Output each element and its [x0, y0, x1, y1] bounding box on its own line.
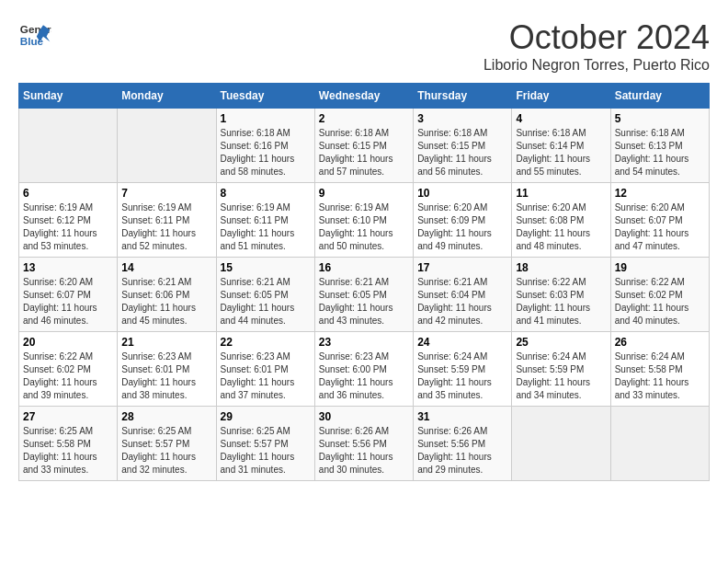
calendar-body: 1Sunrise: 6:18 AM Sunset: 6:16 PM Daylig…: [19, 109, 710, 481]
weekday-header: Saturday: [610, 84, 709, 109]
day-info: Sunrise: 6:19 AM Sunset: 6:10 PM Dayligh…: [319, 201, 409, 253]
day-number: 3: [417, 112, 507, 125]
day-info: Sunrise: 6:23 AM Sunset: 6:00 PM Dayligh…: [319, 350, 409, 402]
calendar-cell: 5Sunrise: 6:18 AM Sunset: 6:13 PM Daylig…: [610, 109, 709, 183]
day-info: Sunrise: 6:22 AM Sunset: 6:02 PM Dayligh…: [615, 276, 705, 327]
calendar-table: SundayMondayTuesdayWednesdayThursdayFrid…: [18, 83, 710, 481]
calendar-cell: 23Sunrise: 6:23 AM Sunset: 6:00 PM Dayli…: [314, 332, 413, 407]
day-number: 19: [615, 261, 705, 274]
day-number: 29: [221, 410, 311, 423]
day-number: 2: [319, 112, 409, 125]
weekday-header: Thursday: [414, 84, 512, 109]
day-number: 6: [23, 187, 113, 200]
calendar-cell: 9Sunrise: 6:19 AM Sunset: 6:10 PM Daylig…: [314, 183, 413, 258]
day-info: Sunrise: 6:20 AM Sunset: 6:07 PM Dayligh…: [615, 201, 705, 253]
calendar-header-row: SundayMondayTuesdayWednesdayThursdayFrid…: [19, 84, 710, 109]
day-info: Sunrise: 6:20 AM Sunset: 6:07 PM Dayligh…: [23, 276, 113, 327]
calendar-cell: 12Sunrise: 6:20 AM Sunset: 6:07 PM Dayli…: [610, 183, 709, 258]
day-number: 13: [23, 261, 113, 274]
day-info: Sunrise: 6:18 AM Sunset: 6:15 PM Dayligh…: [319, 127, 409, 178]
day-info: Sunrise: 6:21 AM Sunset: 6:04 PM Dayligh…: [417, 276, 507, 327]
weekday-header: Monday: [118, 84, 216, 109]
page-header: General Blue October 2024 Liborio Negron…: [18, 18, 710, 74]
day-number: 16: [319, 261, 409, 274]
day-info: Sunrise: 6:18 AM Sunset: 6:16 PM Dayligh…: [221, 127, 311, 178]
day-number: 24: [417, 336, 507, 349]
calendar-cell: [610, 407, 709, 481]
day-info: Sunrise: 6:21 AM Sunset: 6:05 PM Dayligh…: [319, 276, 409, 327]
calendar-cell: 20Sunrise: 6:22 AM Sunset: 6:02 PM Dayli…: [19, 332, 118, 407]
day-number: 28: [121, 410, 211, 423]
day-number: 10: [417, 187, 507, 200]
day-info: Sunrise: 6:20 AM Sunset: 6:08 PM Dayligh…: [516, 201, 606, 253]
day-number: 5: [615, 112, 705, 125]
day-info: Sunrise: 6:25 AM Sunset: 5:57 PM Dayligh…: [221, 425, 311, 477]
day-number: 8: [221, 187, 311, 200]
calendar-week-row: 13Sunrise: 6:20 AM Sunset: 6:07 PM Dayli…: [19, 258, 710, 332]
calendar-cell: 25Sunrise: 6:24 AM Sunset: 5:59 PM Dayli…: [512, 332, 610, 407]
day-info: Sunrise: 6:25 AM Sunset: 5:58 PM Dayligh…: [23, 425, 113, 477]
calendar-cell: 16Sunrise: 6:21 AM Sunset: 6:05 PM Dayli…: [314, 258, 413, 332]
day-info: Sunrise: 6:24 AM Sunset: 5:59 PM Dayligh…: [417, 350, 507, 402]
day-number: 26: [615, 336, 705, 349]
day-info: Sunrise: 6:26 AM Sunset: 5:56 PM Dayligh…: [417, 425, 507, 477]
calendar-cell: [512, 407, 610, 481]
weekday-header: Sunday: [19, 84, 118, 109]
month-title: October 2024: [483, 18, 710, 57]
day-info: Sunrise: 6:26 AM Sunset: 5:56 PM Dayligh…: [319, 425, 409, 477]
day-info: Sunrise: 6:20 AM Sunset: 6:09 PM Dayligh…: [417, 201, 507, 253]
logo: General Blue: [18, 18, 51, 52]
day-info: Sunrise: 6:22 AM Sunset: 6:02 PM Dayligh…: [23, 350, 113, 402]
day-info: Sunrise: 6:18 AM Sunset: 6:14 PM Dayligh…: [516, 127, 606, 178]
day-number: 30: [319, 410, 409, 423]
calendar-week-row: 27Sunrise: 6:25 AM Sunset: 5:58 PM Dayli…: [19, 407, 710, 481]
calendar-cell: 27Sunrise: 6:25 AM Sunset: 5:58 PM Dayli…: [19, 407, 118, 481]
day-number: 20: [23, 336, 113, 349]
day-number: 17: [417, 261, 507, 274]
day-number: 21: [121, 336, 211, 349]
day-number: 22: [221, 336, 311, 349]
day-number: 31: [417, 410, 507, 423]
calendar-cell: 7Sunrise: 6:19 AM Sunset: 6:11 PM Daylig…: [118, 183, 216, 258]
calendar-cell: 2Sunrise: 6:18 AM Sunset: 6:15 PM Daylig…: [314, 109, 413, 183]
calendar-cell: 6Sunrise: 6:19 AM Sunset: 6:12 PM Daylig…: [19, 183, 118, 258]
weekday-header: Tuesday: [216, 84, 314, 109]
calendar-cell: 21Sunrise: 6:23 AM Sunset: 6:01 PM Dayli…: [118, 332, 216, 407]
day-info: Sunrise: 6:19 AM Sunset: 6:12 PM Dayligh…: [23, 201, 113, 253]
day-number: 18: [516, 261, 606, 274]
calendar-cell: 8Sunrise: 6:19 AM Sunset: 6:11 PM Daylig…: [216, 183, 314, 258]
calendar-cell: 17Sunrise: 6:21 AM Sunset: 6:04 PM Dayli…: [414, 258, 512, 332]
day-number: 7: [121, 187, 211, 200]
day-info: Sunrise: 6:23 AM Sunset: 6:01 PM Dayligh…: [221, 350, 311, 402]
calendar-cell: 31Sunrise: 6:26 AM Sunset: 5:56 PM Dayli…: [414, 407, 512, 481]
day-info: Sunrise: 6:21 AM Sunset: 6:06 PM Dayligh…: [121, 276, 211, 327]
calendar-cell: [118, 109, 216, 183]
calendar-cell: 22Sunrise: 6:23 AM Sunset: 6:01 PM Dayli…: [216, 332, 314, 407]
day-number: 12: [615, 187, 705, 200]
day-number: 27: [23, 410, 113, 423]
day-number: 25: [516, 336, 606, 349]
calendar-cell: 30Sunrise: 6:26 AM Sunset: 5:56 PM Dayli…: [314, 407, 413, 481]
calendar-cell: [19, 109, 118, 183]
calendar-cell: 29Sunrise: 6:25 AM Sunset: 5:57 PM Dayli…: [216, 407, 314, 481]
day-number: 4: [516, 112, 606, 125]
calendar-week-row: 20Sunrise: 6:22 AM Sunset: 6:02 PM Dayli…: [19, 332, 710, 407]
day-number: 15: [221, 261, 311, 274]
title-block: October 2024 Liborio Negron Torres, Puer…: [483, 18, 710, 74]
calendar-cell: 15Sunrise: 6:21 AM Sunset: 6:05 PM Dayli…: [216, 258, 314, 332]
calendar-cell: 14Sunrise: 6:21 AM Sunset: 6:06 PM Dayli…: [118, 258, 216, 332]
calendar-cell: 13Sunrise: 6:20 AM Sunset: 6:07 PM Dayli…: [19, 258, 118, 332]
logo-icon: General Blue: [18, 18, 51, 52]
weekday-header: Wednesday: [314, 84, 413, 109]
calendar-cell: 11Sunrise: 6:20 AM Sunset: 6:08 PM Dayli…: [512, 183, 610, 258]
calendar-cell: 24Sunrise: 6:24 AM Sunset: 5:59 PM Dayli…: [414, 332, 512, 407]
calendar-cell: 4Sunrise: 6:18 AM Sunset: 6:14 PM Daylig…: [512, 109, 610, 183]
calendar-cell: 10Sunrise: 6:20 AM Sunset: 6:09 PM Dayli…: [414, 183, 512, 258]
calendar-cell: 1Sunrise: 6:18 AM Sunset: 6:16 PM Daylig…: [216, 109, 314, 183]
weekday-header: Friday: [512, 84, 610, 109]
day-info: Sunrise: 6:24 AM Sunset: 5:59 PM Dayligh…: [516, 350, 606, 402]
day-number: 11: [516, 187, 606, 200]
calendar-cell: 18Sunrise: 6:22 AM Sunset: 6:03 PM Dayli…: [512, 258, 610, 332]
calendar-week-row: 6Sunrise: 6:19 AM Sunset: 6:12 PM Daylig…: [19, 183, 710, 258]
calendar-week-row: 1Sunrise: 6:18 AM Sunset: 6:16 PM Daylig…: [19, 109, 710, 183]
